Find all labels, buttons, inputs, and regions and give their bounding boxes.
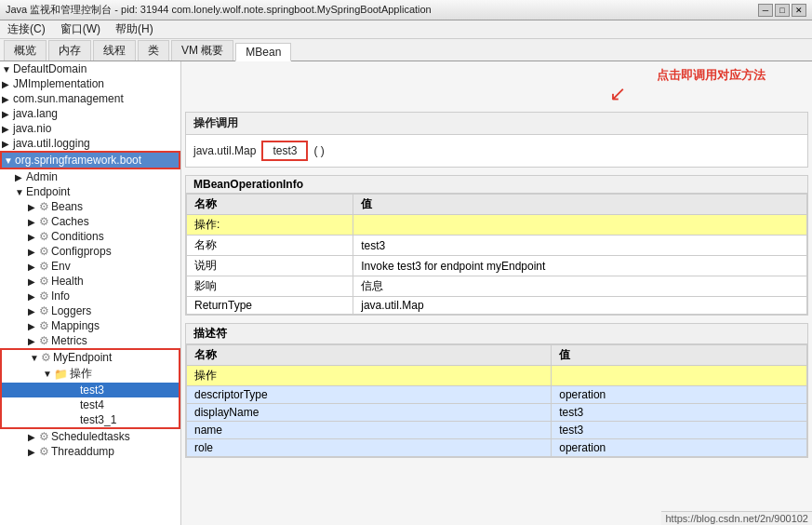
sidebar-item-test3_1[interactable]: test3_1	[2, 412, 179, 427]
sidebar-item-caches[interactable]: ▶⚙Caches	[0, 214, 180, 229]
status-bar: https://blog.csdn.net/2n/900102	[661, 511, 812, 525]
cell-name: displayName	[187, 404, 552, 422]
myendpoint-group-box: ▼⚙MyEndpoint▼📁操作 test3 test4 test3_1	[0, 348, 180, 429]
item-label: Caches	[51, 215, 89, 228]
item-label: Info	[51, 289, 70, 303]
mbean-info-title: MBeanOperationInfo	[186, 176, 807, 194]
sidebar-item-myendpoint[interactable]: ▼⚙MyEndpoint	[2, 350, 179, 365]
cell-value: Invoke test3 for endpoint myEndpoint	[353, 256, 807, 276]
gear-icon: ⚙	[39, 334, 49, 347]
item-label: MyEndpoint	[53, 351, 112, 364]
tab-bar: 概览 内存 线程 类 VM 概要 MBean	[0, 39, 812, 61]
tab-overview[interactable]: 概览	[4, 40, 47, 61]
tab-vm-summary[interactable]: VM 概要	[171, 40, 233, 61]
close-button[interactable]: ✕	[792, 4, 806, 17]
sidebar-item-admin[interactable]: ▶Admin	[0, 169, 180, 184]
cell-value: 信息	[353, 276, 807, 297]
item-label: java.util.logging	[13, 137, 90, 150]
sidebar-item-jmimpl[interactable]: ▶JMImplementation	[0, 76, 180, 91]
tab-mbean[interactable]: MBean	[235, 43, 291, 61]
java-type-label: java.util.Map	[193, 144, 256, 157]
item-label: Mappings	[51, 319, 100, 332]
sidebar-item-javalang[interactable]: ▶java.lang	[0, 106, 180, 121]
tab-threads[interactable]: 线程	[93, 40, 136, 61]
cell-name: 操作	[187, 366, 552, 386]
cell-value: test3	[552, 422, 807, 439]
sidebar-item-info[interactable]: ▶⚙Info	[0, 289, 180, 303]
expand-icon: ▶	[28, 321, 39, 331]
sidebar-item-javalogging[interactable]: ▶java.util.logging	[0, 136, 180, 151]
descriptor-title: 描述符	[186, 324, 807, 344]
menu-bar: 连接(C) 窗口(W) 帮助(H)	[0, 20, 812, 39]
expand-icon: ▶	[15, 172, 26, 182]
table-row: 操作	[187, 366, 807, 386]
gear-icon: ⚙	[39, 215, 49, 228]
sidebar-item-comsun[interactable]: ▶com.sun.management	[0, 91, 180, 106]
sidebar-item-springframework[interactable]: ▼org.springframework.boot	[0, 151, 180, 169]
gear-icon: ⚙	[39, 445, 49, 458]
tab-memory[interactable]: 内存	[48, 40, 91, 61]
sidebar-item-test4[interactable]: test4	[2, 397, 179, 412]
expand-icon: ▶	[2, 109, 13, 119]
collapse-icon: ▼	[15, 187, 26, 197]
sidebar-item-defaultdomain[interactable]: ▼DefaultDomain	[0, 61, 180, 76]
gear-icon: ⚙	[39, 230, 49, 243]
menu-window[interactable]: 窗口(W)	[57, 20, 104, 38]
cell-value: operation	[552, 386, 807, 404]
expand-icon: ▶	[28, 432, 39, 442]
gear-icon: ⚙	[39, 200, 49, 213]
table-row: nametest3	[187, 422, 807, 439]
table-row: displayNametest3	[187, 404, 807, 422]
cell-value: operation	[552, 439, 807, 457]
mbean-info-table: 名称 值 操作:名称test3说明Invoke test3 for endpoi…	[186, 194, 807, 315]
collapse-icon: ▼	[30, 353, 41, 363]
operation-section: 操作调用 java.util.Map test3 ( )	[185, 112, 808, 168]
sidebar-item-endpoint[interactable]: ▼Endpoint	[0, 184, 180, 199]
sidebar-item-caozuo[interactable]: ▼📁操作	[2, 365, 179, 383]
sidebar-item-health[interactable]: ▶⚙Health	[0, 274, 180, 289]
annotation-area: 点击即调用对应方法 ↙	[181, 61, 812, 108]
expand-icon: ▶	[2, 94, 13, 104]
cell-name: ReturnType	[187, 297, 353, 315]
expand-icon: ▶	[2, 124, 13, 134]
main-area: ▼DefaultDomain▶JMImplementation▶com.sun.…	[0, 61, 812, 525]
item-label: test3	[80, 384, 104, 397]
sidebar-item-metrics[interactable]: ▶⚙Metrics	[0, 333, 180, 348]
sidebar-item-env[interactable]: ▶⚙Env	[0, 259, 180, 274]
minimize-button[interactable]: ─	[758, 4, 773, 17]
item-label: JMImplementation	[13, 77, 104, 90]
cell-name: descriptorType	[187, 386, 552, 404]
sidebar-item-scheduledtasks[interactable]: ▶⚙Scheduledtasks	[0, 429, 180, 444]
sidebar-item-loggers[interactable]: ▶⚙Loggers	[0, 303, 180, 318]
table-row: 说明Invoke test3 for endpoint myEndpoint	[187, 256, 807, 276]
gear-icon: ⚙	[39, 260, 49, 273]
menu-connect[interactable]: 连接(C)	[4, 20, 49, 38]
maximize-button[interactable]: □	[775, 4, 790, 17]
invoke-method-button[interactable]: test3	[261, 141, 308, 161]
expand-icon: ▶	[28, 202, 39, 212]
collapse-icon: ▼	[2, 64, 13, 74]
sidebar-item-configprops[interactable]: ▶⚙Configprops	[0, 244, 180, 259]
table-row: 名称test3	[187, 236, 807, 256]
expand-icon: ▶	[2, 139, 13, 149]
cell-name: 说明	[187, 256, 353, 276]
cell-name: name	[187, 422, 552, 439]
desc-col-value: 值	[552, 345, 807, 366]
item-label: Admin	[26, 170, 58, 183]
tab-classes[interactable]: 类	[138, 40, 169, 61]
sidebar-item-javanio[interactable]: ▶java.nio	[0, 121, 180, 136]
expand-icon: ▶	[28, 262, 39, 272]
sidebar-item-conditions[interactable]: ▶⚙Conditions	[0, 229, 180, 244]
sidebar-item-mappings[interactable]: ▶⚙Mappings	[0, 318, 180, 333]
sidebar-item-threaddump[interactable]: ▶⚙Threaddump	[0, 444, 180, 459]
sidebar-item-beans[interactable]: ▶⚙Beans	[0, 199, 180, 214]
menu-help[interactable]: 帮助(H)	[112, 20, 157, 38]
item-label: Configprops	[51, 245, 112, 258]
gear-icon: ⚙	[39, 319, 49, 332]
cell-value: java.util.Map	[353, 297, 807, 315]
cell-name: role	[187, 439, 552, 457]
cell-value: test3	[353, 236, 807, 256]
item-label: Loggers	[51, 304, 91, 317]
content-panel: 点击即调用对应方法 ↙ 操作调用 java.util.Map test3 ( )…	[181, 61, 812, 525]
sidebar-item-test3[interactable]: test3	[2, 383, 179, 397]
